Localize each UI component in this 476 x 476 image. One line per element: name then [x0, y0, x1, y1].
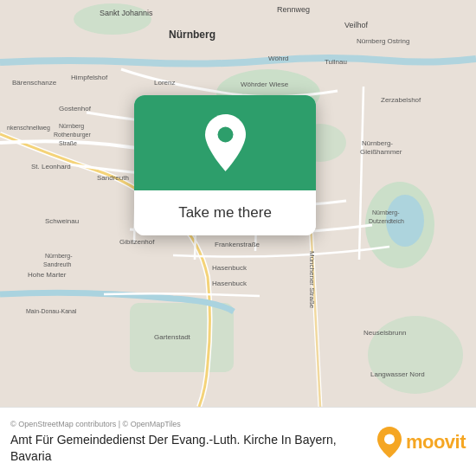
svg-text:Gostenhof: Gostenhof	[59, 105, 92, 113]
svg-text:Zerzabelshof: Zerzabelshof	[381, 96, 421, 104]
svg-text:Sankt Johannis: Sankt Johannis	[100, 9, 153, 17]
svg-text:Hohe Marter: Hohe Marter	[28, 271, 67, 279]
location-name: Amt Für Gemeindedienst Der Evang.-Luth. …	[10, 432, 376, 463]
svg-text:Dutzendteich: Dutzendteich	[369, 218, 404, 224]
svg-text:Schweinau: Schweinau	[45, 217, 79, 225]
moovit-pin-icon	[376, 426, 402, 459]
svg-text:Langwasser Nord: Langwasser Nord	[370, 370, 425, 378]
svg-text:Frankenstraße: Frankenstraße	[215, 241, 261, 248]
svg-text:Nürnberg Ostring: Nürnberg Ostring	[357, 37, 409, 45]
svg-text:Tullnau: Tullnau	[325, 58, 347, 66]
svg-text:Neuselsbrunn: Neuselsbrunn	[363, 329, 406, 337]
svg-text:Himpfelshof: Himpfelshof	[71, 74, 108, 81]
svg-point-54	[384, 434, 395, 444]
svg-text:St. Leonhard: St. Leonhard	[31, 163, 71, 170]
svg-text:Sandreuth: Sandreuth	[43, 261, 71, 267]
map-container: Sankt Johannis Rennweg Veilhof Nürnberg …	[0, 0, 476, 407]
bottom-bar: © OpenStreetMap contributors | © OpenMap…	[0, 407, 476, 476]
svg-text:Veilhof: Veilhof	[344, 21, 369, 29]
svg-text:Nürnberg: Nürnberg	[169, 29, 215, 41]
svg-text:Nürnberg-: Nürnberg-	[372, 209, 400, 216]
svg-text:Bärenschanze: Bärenschanze	[12, 79, 57, 87]
location-info: © OpenStreetMap contributors | © OpenMap…	[10, 420, 376, 463]
svg-text:nkenschnellweg: nkenschnellweg	[7, 125, 50, 132]
svg-text:Gibitzenhof: Gibitzenhof	[119, 238, 155, 246]
popup-card: Take me there	[134, 95, 316, 235]
moovit-text: moovit	[406, 431, 466, 453]
svg-text:Wöhrd: Wöhrd	[268, 55, 289, 62]
svg-text:Gartenstadt: Gartenstadt	[154, 333, 191, 341]
svg-text:Main-Donau-Kanal: Main-Donau-Kanal	[26, 308, 77, 314]
svg-text:Nürnberg-: Nürnberg-	[45, 253, 73, 260]
svg-text:Sandreuth: Sandreuth	[97, 174, 129, 182]
svg-point-6	[368, 316, 463, 394]
popup-icon-area	[134, 95, 316, 190]
svg-text:Hasenbuck: Hasenbuck	[212, 280, 248, 287]
moovit-logo[interactable]: moovit	[376, 426, 466, 459]
svg-text:Nürnberg: Nürnberg	[59, 123, 84, 130]
svg-text:Lorenz: Lorenz	[154, 79, 175, 87]
svg-point-53	[217, 127, 233, 143]
copyright-text: © OpenStreetMap contributors | © OpenMap…	[10, 420, 376, 428]
svg-text:Rothenburger: Rothenburger	[54, 132, 91, 138]
svg-text:Wöhrder Wiese: Wöhrder Wiese	[241, 80, 289, 88]
svg-text:Straße: Straße	[59, 140, 77, 146]
take-me-there-button[interactable]: Take me there	[134, 190, 316, 235]
location-pin-icon	[202, 113, 249, 173]
svg-text:Gleißhammer: Gleißhammer	[360, 148, 402, 156]
svg-text:Rennweg: Rennweg	[277, 5, 310, 14]
svg-text:Nürnberg-: Nürnberg-	[362, 139, 393, 147]
svg-text:Hasenbuck: Hasenbuck	[212, 264, 248, 272]
svg-text:Münchener Straße: Münchener Straße	[308, 251, 316, 309]
